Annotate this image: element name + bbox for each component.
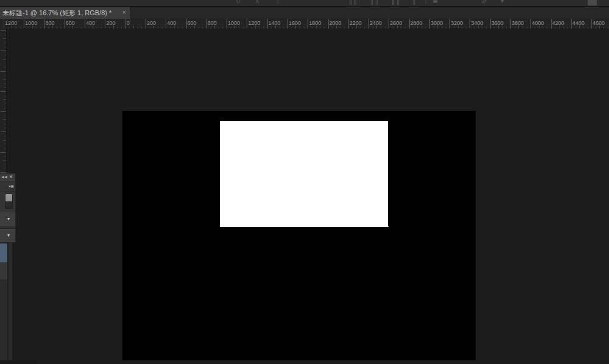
ruler-label: 2400 — [370, 20, 382, 26]
ruler-tick — [449, 19, 450, 29]
panel-collapse-icon[interactable]: ◄◄ — [1, 175, 7, 179]
chevron-down-icon: ▾ — [7, 216, 10, 222]
ruler-tick-minor — [340, 27, 340, 29]
ruler-tick-minor — [255, 26, 256, 29]
ruler-tick-minor — [539, 26, 540, 29]
ruler-tick-minor — [162, 27, 163, 29]
ruler-tick-minor — [4, 128, 6, 128]
ruler-tick-minor — [588, 27, 588, 29]
ruler-tick-minor — [518, 26, 519, 29]
ruler-tick-minor — [4, 75, 6, 75]
ruler-tick — [125, 19, 126, 29]
ruler-tick-minor — [199, 27, 199, 29]
panel-dropdown-2[interactable]: ▾ — [0, 228, 16, 243]
ruler-label: 4600 — [593, 20, 605, 26]
ruler-tick-minor — [234, 26, 235, 29]
ruler-tick — [85, 19, 85, 29]
chevron-down-icon: ▾ — [7, 233, 10, 238]
ruler-tick-minor — [4, 116, 6, 116]
ruler-label: 1800 — [309, 20, 321, 26]
ruler-tick-minor — [69, 27, 69, 29]
horizontal-ruler[interactable]: 1200100080060040020002004006008001000120… — [0, 19, 609, 29]
ruler-tick — [409, 19, 410, 29]
ruler-tick-minor — [462, 27, 462, 29]
ruler-tick-minor — [12, 26, 12, 29]
ruler-tick-minor — [401, 27, 401, 29]
swatch-button[interactable] — [5, 194, 13, 209]
ruler-tick-minor — [251, 27, 252, 29]
ruler-tick-minor — [121, 27, 122, 29]
ruler-tick-minor — [4, 136, 6, 136]
panel-menu-icon[interactable]: ▾≡ — [9, 184, 14, 190]
ruler-tick-minor — [101, 27, 102, 29]
ruler-label: 4000 — [532, 20, 544, 26]
ruler-tick — [146, 19, 146, 29]
ruler-tick — [308, 19, 308, 29]
ruler-tick — [1, 71, 6, 72]
ruler-label: 800 — [46, 20, 55, 26]
ruler-tick-minor — [486, 27, 487, 29]
ruler-tick-minor — [527, 27, 527, 29]
tab-close-icon[interactable]: × — [122, 9, 126, 16]
ruler-tick — [287, 19, 288, 29]
ruler-label: 2000 — [329, 20, 342, 26]
ruler-label: 200 — [106, 20, 115, 26]
ruler-tick-minor — [425, 27, 426, 29]
document-tab[interactable]: 未标题-1 @ 16.7% (矩形 1, RGB/8) * × — [0, 7, 130, 19]
ruler-tick-minor — [4, 168, 6, 169]
ruler-tick — [105, 19, 105, 29]
ruler-tick-minor — [158, 27, 158, 29]
ruler-tick — [24, 19, 24, 29]
ruler-tick-minor — [3, 160, 6, 161]
ruler-tick-minor — [576, 27, 576, 29]
workspace-switcher-fragment[interactable] — [588, 0, 597, 5]
ruler-tick-minor — [280, 27, 280, 29]
ruler-tick — [206, 19, 207, 29]
ruler-tick — [348, 19, 349, 29]
shape-anchor-point[interactable] — [388, 226, 389, 227]
ruler-label: 1000 — [25, 20, 37, 26]
ruler-tick-minor — [4, 148, 6, 149]
ruler-tick-minor — [405, 27, 406, 29]
ruler-tick-minor — [356, 26, 357, 29]
ruler-tick-minor — [3, 79, 6, 80]
ruler-label: 1200 — [5, 20, 17, 26]
ruler-tick-minor — [397, 26, 398, 29]
ruler-tick — [65, 19, 65, 29]
ruler-tick-minor — [52, 26, 53, 29]
ruler-tick-minor — [515, 27, 515, 29]
ruler-tick — [44, 19, 45, 29]
ruler-tick-minor — [113, 26, 114, 29]
ruler-label: 1600 — [289, 20, 301, 26]
ruler-label: 4400 — [572, 20, 585, 26]
ruler-tick-minor — [211, 27, 211, 29]
ruler-tick-minor — [446, 27, 446, 29]
ruler-tick-minor — [3, 140, 6, 141]
ruler-tick-minor — [20, 27, 21, 29]
ruler-tick-minor — [385, 27, 385, 29]
ruler-tick-minor — [563, 27, 564, 29]
ruler-tick — [1, 91, 6, 92]
ruler-tick — [490, 19, 491, 29]
ruler-tick-minor — [498, 26, 499, 29]
ruler-tick-minor — [579, 26, 580, 29]
ruler-tick-minor — [482, 27, 482, 29]
ruler-tick-minor — [567, 27, 568, 29]
ruler-tick-minor — [4, 164, 6, 165]
panel-dropdown-1[interactable]: ▾ — [0, 212, 16, 226]
rectangle-shape-layer[interactable] — [220, 121, 388, 227]
ruler-tick-minor — [421, 27, 422, 29]
ruler-tick-minor — [275, 26, 276, 29]
ruler-tick — [470, 19, 470, 29]
ruler-tick-minor — [583, 27, 584, 29]
ruler-tick-minor — [28, 27, 29, 29]
ruler-tick-minor — [36, 27, 37, 29]
document-canvas[interactable] — [122, 111, 476, 360]
ruler-tick-minor — [336, 26, 337, 29]
ruler-tick-minor — [231, 27, 231, 29]
ruler-tick — [368, 19, 369, 29]
ruler-tick — [186, 19, 187, 29]
ruler-tick — [591, 19, 592, 29]
panel-close-icon[interactable]: × — [9, 173, 13, 180]
ruler-tick-minor — [413, 27, 414, 29]
